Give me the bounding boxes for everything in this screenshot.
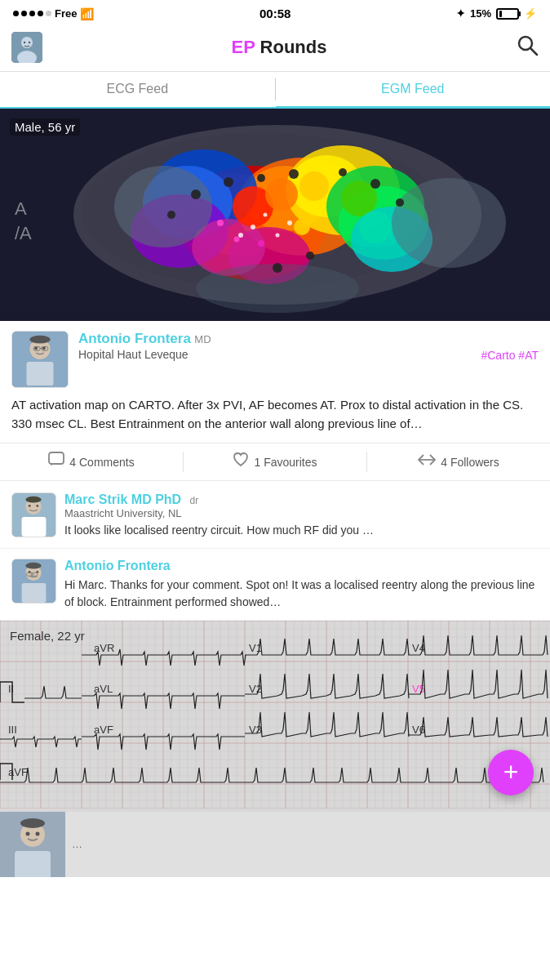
svg-text:V5: V5 (412, 683, 425, 695)
followers-count: 4 Followers (441, 456, 499, 469)
wifi-icon: 📶 (80, 7, 94, 20)
followers-icon (418, 452, 436, 471)
svg-point-41 (273, 263, 282, 273)
svg-point-35 (339, 168, 347, 176)
svg-text:/A: /A (15, 223, 32, 243)
post-card-1: Male, 56 yr (0, 109, 550, 621)
bottom-avatar-image-1 (0, 812, 65, 877)
battery-icon (496, 8, 519, 20)
post-text: AT activation map on CARTO. After 3x PVI… (0, 393, 550, 443)
title-ep: EP (232, 37, 255, 57)
commenter-avatar-1[interactable] (11, 492, 56, 537)
search-icon[interactable] (516, 33, 539, 61)
commenter-image-2 (12, 559, 55, 604)
comments-stat[interactable]: 4 Comments (0, 452, 183, 472)
svg-point-75 (25, 563, 41, 569)
svg-point-67 (29, 505, 31, 507)
comment-item: Antonio Frontera Hi Marc. Thanks for you… (0, 549, 550, 621)
svg-point-47 (287, 220, 292, 225)
svg-point-58 (29, 336, 50, 344)
ecg-patient-info: Female, 22 yr (10, 629, 85, 643)
favourites-stat[interactable]: 1 Favourites (184, 452, 366, 472)
svg-point-43 (251, 225, 255, 229)
svg-point-3 (24, 42, 25, 43)
svg-text:aVF: aVF (8, 766, 28, 778)
status-time: 00:58 (259, 7, 291, 20)
app-header: EP Rounds (0, 27, 550, 72)
svg-rect-72 (22, 583, 47, 603)
bottom-avatar-1[interactable] (0, 812, 65, 877)
svg-point-50 (258, 240, 264, 247)
author-section: Antonio Frontera MD Hopital Haut Leveque… (0, 321, 550, 393)
svg-point-49 (234, 237, 240, 243)
svg-point-40 (306, 252, 314, 260)
svg-point-32 (224, 177, 233, 187)
svg-rect-186 (15, 851, 51, 877)
svg-text:aVF: aVF (94, 724, 113, 736)
svg-text:V2: V2 (249, 683, 262, 695)
svg-text:III: III (8, 724, 17, 736)
svg-line-6 (530, 49, 537, 56)
svg-point-25 (265, 178, 298, 211)
author-tags: #Carto #AT (481, 349, 539, 362)
post-card-2[interactable]: Female, 22 yr (0, 621, 550, 812)
bluetooth-icon: ✦ (456, 7, 465, 20)
commenter-image-1 (12, 492, 55, 537)
carto-image[interactable]: Male, 56 yr (0, 109, 550, 321)
svg-point-189 (20, 818, 45, 828)
plus-icon: + (503, 757, 519, 787)
status-left: Free 📶 (13, 7, 94, 20)
tab-ecg[interactable]: ECG Feed (0, 72, 275, 109)
svg-point-68 (36, 505, 38, 507)
favourites-count: 1 Favourites (254, 456, 317, 469)
svg-rect-62 (49, 452, 64, 464)
svg-point-5 (519, 37, 532, 50)
bottom-strip: … (0, 812, 550, 877)
carto-map-svg: A /A (0, 109, 550, 321)
bottom-text: … (72, 838, 82, 850)
svg-text:aVR: aVR (94, 642, 114, 654)
ecg-svg: aVR V1 V4 II aVL V2 V5 III aVF V3 V6 (0, 621, 550, 808)
comments-section: Marc Strik MD PhD dr Maastricht Universi… (0, 483, 550, 621)
commenter-name-2[interactable]: Antonio Frontera (64, 559, 539, 573)
heart-icon (233, 452, 249, 472)
svg-point-45 (238, 233, 243, 238)
signal-dots (13, 11, 51, 16)
svg-point-38 (191, 189, 201, 199)
svg-text:V6: V6 (412, 724, 425, 736)
svg-point-39 (167, 211, 175, 219)
fab-add-button[interactable]: + (488, 750, 534, 795)
svg-point-44 (264, 213, 268, 217)
author-avatar-image (12, 331, 68, 388)
user-avatar[interactable] (11, 32, 42, 63)
svg-rect-66 (22, 517, 47, 537)
svg-point-187 (26, 831, 30, 835)
svg-point-34 (289, 169, 299, 179)
feed-tabs: ECG Feed EGM Feed (0, 72, 550, 109)
svg-rect-55 (26, 362, 53, 385)
comments-count: 4 Comments (69, 456, 134, 469)
svg-point-28 (359, 211, 392, 243)
svg-point-30 (392, 178, 506, 268)
svg-point-69 (25, 497, 41, 503)
svg-point-4 (29, 42, 30, 43)
svg-point-26 (299, 172, 329, 201)
battery-label: 15% (470, 7, 491, 20)
carrier-label: Free (55, 7, 77, 20)
author-institution: Hopital Haut Leveque (78, 348, 189, 361)
author-name[interactable]: Antonio Frontera MD (78, 331, 539, 347)
svg-point-42 (294, 219, 310, 235)
svg-point-57 (42, 346, 46, 350)
commenter-name-1[interactable]: Marc Strik MD PhD dr (64, 492, 539, 507)
author-avatar[interactable] (11, 331, 69, 388)
commenter-affiliation-1: Maastricht University, NL (64, 507, 539, 519)
svg-point-56 (34, 346, 38, 350)
patient-info: Male, 56 yr (10, 118, 80, 136)
followers-stat[interactable]: 4 Followers (367, 452, 550, 472)
svg-point-48 (217, 220, 224, 226)
tab-egm[interactable]: EGM Feed (276, 72, 551, 109)
svg-text:A: A (15, 198, 27, 219)
commenter-avatar-2[interactable] (11, 559, 56, 604)
comment-content-2: Antonio Frontera Hi Marc. Thanks for you… (64, 559, 539, 610)
comment-item: Marc Strik MD PhD dr Maastricht Universi… (0, 483, 550, 549)
